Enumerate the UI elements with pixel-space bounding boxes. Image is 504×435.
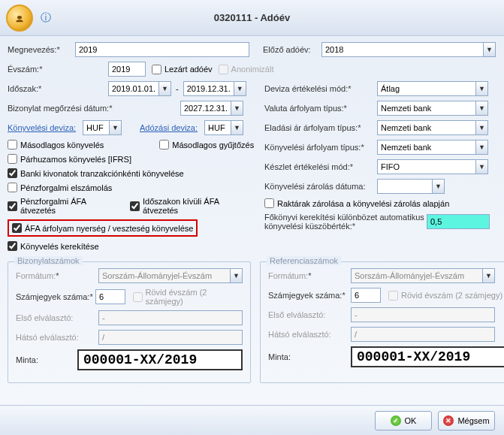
ref-szamjegy-label: Számjegyek száma:: [268, 291, 351, 300]
fokonyvi-kerekitesi-input[interactable]: [427, 214, 490, 229]
konyvelesi-zarolas-dropdown[interactable]: ▼: [377, 179, 445, 194]
help-icon[interactable]: ⓘ: [41, 11, 51, 25]
penzforgalmi-afa-checkbox[interactable]: Pénzforgalmi ÁFA átvezetés: [8, 197, 122, 215]
evszam-label: Évszám:: [8, 65, 75, 74]
window-header: ⓘ 0320111 - Adóév: [0, 0, 504, 36]
chevron-down-icon: ▼: [432, 180, 444, 193]
ref-hatso-elv-input: [351, 327, 495, 342]
ref-elso-elv-label: Első elválasztó:: [268, 310, 351, 319]
eladasi-ar-label: Eladási ár árfolyam típus:: [264, 123, 377, 132]
penzforgalmi-elszamolas-checkbox[interactable]: Pénzforgalmi elszámolás: [8, 183, 112, 192]
chevron-down-icon: ▼: [483, 43, 495, 56]
biz-elso-elv-input: [98, 310, 243, 325]
ref-minta-label: Minta:: [268, 352, 351, 361]
valuta-arfolyam-label: Valuta árfolyam típus:: [264, 104, 377, 113]
idoszak-label: Időszak:: [8, 84, 75, 93]
bizonylat-megorzesi-label: Bizonylat megőrzési dátum:: [8, 104, 128, 113]
masodlagos-gyujtozes-checkbox[interactable]: Másodlagos gyűjtőzés: [159, 140, 254, 150]
app-icon: [6, 5, 33, 32]
raktarak-zarolasa-checkbox[interactable]: Raktárak zárolása a könyvelési zárolás a…: [264, 198, 449, 208]
check-icon: ✓: [391, 415, 401, 426]
biz-szamjegy-label: Számjegyek száma:: [16, 292, 95, 301]
chevron-down-icon: ▼: [475, 82, 487, 95]
close-icon: ✕: [443, 415, 454, 426]
dash-separator: -: [171, 84, 183, 93]
anonimizalt-checkbox: Anonimizált: [219, 65, 274, 74]
footer: ✓ OK ✕ Mégsem: [0, 405, 504, 435]
referenciaszamok-legend: Referenciaszámok: [267, 256, 341, 265]
ref-hatso-elv-label: Hátsó elválasztó:: [268, 330, 351, 339]
bizonylat-datum-dropdown[interactable]: ▼: [180, 101, 243, 116]
chevron-down-icon: ▼: [231, 101, 243, 115]
evszam-input[interactable]: [108, 62, 146, 77]
afa-arfolyam-highlight: ÁFA árfolyam nyerség / veszteség könyvel…: [8, 219, 198, 237]
fokonyvi-kerekitesi-label: Főkönyvi kerekítési különbözet automatik…: [264, 213, 427, 231]
valuta-arfolyam-dropdown[interactable]: ▼: [377, 101, 488, 116]
ref-elso-elv-input: [351, 307, 495, 322]
chevron-down-icon: ▼: [230, 269, 242, 282]
chevron-down-icon: ▼: [109, 121, 121, 134]
chevron-down-icon: ▼: [475, 160, 487, 174]
banki-kivonatok-checkbox[interactable]: Banki kivonatok tranzakciónkénti könyvel…: [8, 168, 184, 178]
adozasi-deviza-link[interactable]: Adózási deviza:: [140, 123, 204, 132]
elozo-adoev-label: Előző adóév:: [263, 45, 321, 54]
parhuzamos-konyveles-checkbox[interactable]: Párhuzamos könyvelés [IFRS]: [8, 154, 131, 164]
ref-minta-value: 000001-XX/2019: [351, 346, 504, 367]
idoszakon-kivuli-afa-checkbox[interactable]: Időszakon kívüli ÁFA átvezetés: [130, 197, 255, 215]
lezart-adoev-checkbox[interactable]: Lezárt adóév: [152, 65, 213, 74]
biz-formatum-label: Formátum:: [16, 271, 98, 280]
konyveles-kerekitese-checkbox[interactable]: Könyvelés kerekítése: [8, 241, 99, 251]
idoszak-ig-dropdown[interactable]: ▼: [183, 81, 246, 96]
ref-formatum-dropdown: ▼: [351, 268, 495, 283]
deviza-ertekelesi-label: Deviza értékelési mód:: [264, 84, 377, 93]
elozo-adoev-dropdown[interactable]: ▼: [321, 42, 496, 57]
deviza-ertekelesi-dropdown[interactable]: ▼: [377, 81, 488, 96]
adozasi-deviza-dropdown[interactable]: ▼: [204, 120, 243, 135]
referenciaszamok-fieldset: Referenciaszámok Formátum: ▼ Számjegyek …: [260, 261, 504, 383]
biz-formatum-dropdown: ▼: [98, 268, 243, 283]
masodlagos-konyveles-checkbox[interactable]: Másodlagos könyvelés: [8, 140, 104, 150]
ref-rovid-ev-checkbox: Rövid évszám (2 számjegy): [388, 291, 502, 301]
ref-formatum-label: Formátum:: [268, 271, 351, 280]
biz-elso-elv-label: Első elválasztó:: [16, 313, 98, 322]
keszlet-ertekelesi-label: Készlet értékelési mód:: [264, 162, 377, 171]
chevron-down-icon: ▼: [482, 269, 494, 282]
konyvelesi-zarolas-label: Könyvelési zárolás dátuma:: [264, 182, 377, 191]
chevron-down-icon: ▼: [231, 121, 243, 134]
konyvelesi-arfolyam-label: Könyvelési árfolyam típus:: [264, 143, 377, 152]
keszlet-ertekelesi-dropdown[interactable]: ▼: [377, 159, 488, 174]
chevron-down-icon: ▼: [475, 101, 487, 115]
megnevezes-input[interactable]: [75, 42, 249, 57]
ok-button[interactable]: ✓ OK: [375, 411, 432, 430]
window-title: 0320111 - Adóév: [214, 12, 290, 23]
cancel-button[interactable]: ✕ Mégsem: [438, 411, 495, 430]
eladasi-ar-dropdown[interactable]: ▼: [377, 120, 488, 135]
chevron-down-icon: ▼: [234, 82, 246, 95]
megnevezes-label: Megnevezés:: [8, 45, 75, 54]
bizonylatszamok-fieldset: Bizonylatszámok Formátum: ▼ Számjegyek s…: [8, 261, 251, 383]
chevron-down-icon: ▼: [158, 82, 171, 95]
konyvelesi-deviza-dropdown[interactable]: ▼: [83, 120, 122, 135]
bizonylatszamok-legend: Bizonylatszámok: [14, 256, 83, 265]
biz-rovid-ev-checkbox: Rövid évszám (2 számjegy): [133, 288, 243, 306]
biz-minta-value: 000001-XX/2019: [77, 349, 243, 370]
idoszak-tol-dropdown[interactable]: ▼: [108, 81, 171, 96]
ref-szamjegy-input[interactable]: [351, 288, 381, 303]
biz-hatso-elv-input: [98, 330, 243, 345]
afa-arfolyam-checkbox[interactable]: ÁFA árfolyam nyerség / veszteség könyvel…: [12, 223, 193, 233]
svg-point-0: [17, 16, 22, 20]
biz-minta-label: Minta:: [16, 355, 77, 364]
chevron-down-icon: ▼: [475, 121, 487, 134]
konyvelesi-arfolyam-dropdown[interactable]: ▼: [377, 140, 488, 155]
biz-szamjegy-input[interactable]: [95, 289, 125, 304]
chevron-down-icon: ▼: [475, 140, 487, 154]
biz-hatso-elv-label: Hátsó elválasztó:: [16, 333, 98, 342]
konyvelesi-deviza-link[interactable]: Könyvelési deviza:: [8, 123, 83, 132]
